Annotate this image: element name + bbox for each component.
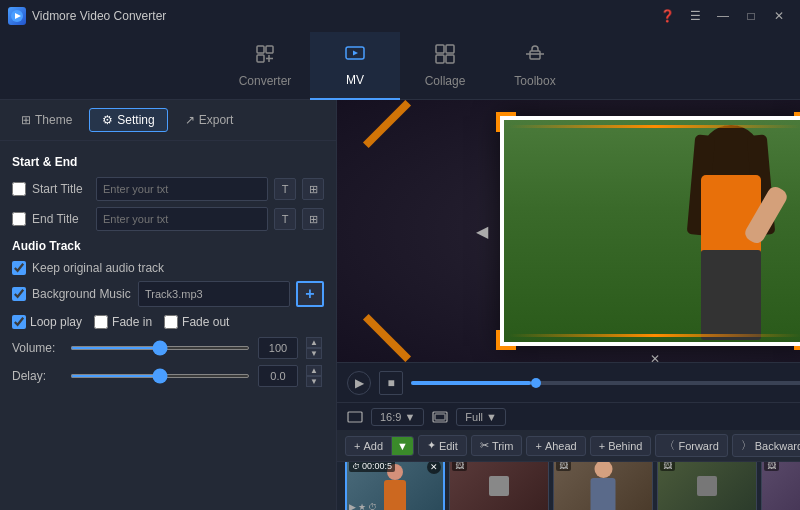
main-content: ⊞ Theme ⚙ Setting ↗ Export Start & End S… [0,100,800,510]
audio-track-title: Audio Track [12,239,324,253]
keep-original-row: Keep original audio track [12,261,324,275]
delay-slider[interactable] [70,374,250,378]
start-title-settings-btn[interactable]: ⊞ [302,178,324,200]
subtab-theme[interactable]: ⊞ Theme [8,108,85,132]
frame-corner-bl [496,330,516,350]
video-content [504,120,800,342]
remove-frame-btn[interactable]: ✕ [650,352,660,362]
close-btn[interactable]: ✕ [766,6,792,26]
behind-btn[interactable]: + Behind [590,436,652,456]
clip-2[interactable]: 🖼 [449,462,549,510]
loop-play-checkbox[interactable] [12,315,26,329]
keep-original-checkbox[interactable] [12,261,26,275]
end-title-row: End Title T ⊞ [12,207,324,231]
left-panel: ⊞ Theme ⚙ Setting ↗ Export Start & End S… [0,100,337,510]
nav-tabs: Converter MV Collage Toolbox [0,32,800,100]
clip-4-label: 🖼 [660,462,675,471]
collage-icon [434,43,456,70]
forward-label: Forward [678,440,718,452]
help-btn[interactable]: ❓ [654,6,680,26]
clip-1-duration: ⏱ 00:00:5 [349,462,395,472]
start-end-title: Start & End [12,155,324,169]
volume-row: Volume: ▲ ▼ [12,337,324,359]
ahead-btn[interactable]: + Ahead [526,436,585,456]
player-controls: ▶ ■ 00:00:03.23/00:00:20.00 🔊 [337,362,800,402]
end-title-checkbox[interactable] [12,212,26,226]
clip-1-icons: ▶ ★ ⏱ [349,502,377,510]
delay-spinner: ▲ ▼ [306,365,322,387]
tab-toolbox[interactable]: Toolbox [490,32,580,100]
tab-toolbox-label: Toolbox [514,74,555,88]
volume-down-btn[interactable]: ▼ [306,348,322,359]
end-title-settings-btn[interactable]: ⊞ [302,208,324,230]
trim-btn[interactable]: ✂ Trim [471,435,523,456]
trim-icon: ✂ [480,439,489,452]
tab-converter[interactable]: Converter [220,32,310,100]
size-arrow: ▼ [486,411,497,423]
forward-btn[interactable]: 〈 Forward [655,434,727,457]
bg-music-checkbox[interactable] [12,287,26,301]
clip-1-time: 00:00:5 [362,462,392,471]
mv-icon [344,42,366,69]
subtab-setting[interactable]: ⚙ Setting [89,108,167,132]
maximize-btn[interactable]: □ [738,6,764,26]
loop-play-option: Loop play [12,315,82,329]
edit-btn[interactable]: ✦ Edit [418,435,467,456]
theme-icon: ⊞ [21,113,31,127]
progress-bar[interactable] [411,381,800,385]
menu-btn[interactable]: ☰ [682,6,708,26]
clip-3-label: 🖼 [556,462,571,471]
fade-in-checkbox[interactable] [94,315,108,329]
clip-1-play-icon: ▶ [349,502,356,510]
loop-play-label: Loop play [30,315,82,329]
behind-icon: + [599,440,605,452]
volume-up-btn[interactable]: ▲ [306,337,322,348]
titlebar-left: Vidmore Video Converter [8,7,166,25]
volume-value[interactable] [258,337,298,359]
clip-2-label: 🖼 [452,462,467,471]
volume-slider[interactable] [70,346,250,350]
clip-5[interactable]: 🖼 [761,462,800,510]
audio-section: Audio Track Keep original audio track Ba… [12,239,324,387]
add-track-btn[interactable]: + [296,281,324,307]
volume-spinner: ▲ ▼ [306,337,322,359]
setting-icon: ⚙ [102,113,113,127]
start-title-format-btn[interactable]: T [274,178,296,200]
start-title-input[interactable] [96,177,268,201]
prev-frame-btn[interactable]: ◀ [476,222,488,241]
track-input[interactable] [138,281,290,307]
minimize-btn[interactable]: — [710,6,736,26]
frame-corner-br [794,330,800,350]
subtab-export-label: Export [199,113,234,127]
start-title-checkbox[interactable] [12,182,26,196]
clip-1-time-icon: ⏱ [368,502,377,510]
stop-btn[interactable]: ■ [379,371,403,395]
svg-rect-7 [446,45,454,53]
fade-out-checkbox[interactable] [164,315,178,329]
clip-4[interactable]: 🖼 [657,462,757,510]
fade-out-option: Fade out [164,315,229,329]
clip-3[interactable]: 🖼 [553,462,653,510]
clip-1[interactable]: ⏱ 00:00:5 ✕ ▶ ★ ⏱ [345,462,445,510]
add-dropdown-arrow[interactable]: ▼ [391,437,413,455]
end-title-format-btn[interactable]: T [274,208,296,230]
tab-mv[interactable]: MV [310,32,400,100]
backward-btn[interactable]: 〉 Backward [732,434,800,457]
tab-collage[interactable]: Collage [400,32,490,100]
settings-content: Start & End Start Title T ⊞ End Title T … [0,141,336,510]
end-title-input[interactable] [96,207,268,231]
add-btn[interactable]: + Add ▼ [345,436,414,456]
add-icon: + [354,440,360,452]
delay-value[interactable] [258,365,298,387]
forward-icon: 〈 [664,438,675,453]
ratio-btn[interactable]: 16:9 ▼ [371,408,424,426]
delay-down-btn[interactable]: ▼ [306,376,322,387]
delay-up-btn[interactable]: ▲ [306,365,322,376]
size-btn[interactable]: Full ▼ [456,408,506,426]
svg-rect-9 [446,55,454,63]
subtab-export[interactable]: ↗ Export [172,108,247,132]
right-panel: ◀ ▶ ✕ ▶ ■ 00:00:03.23/00:00:20.00 🔊 16:9 [337,100,800,510]
behind-label: Behind [608,440,642,452]
svg-rect-13 [435,414,445,420]
play-btn[interactable]: ▶ [347,371,371,395]
